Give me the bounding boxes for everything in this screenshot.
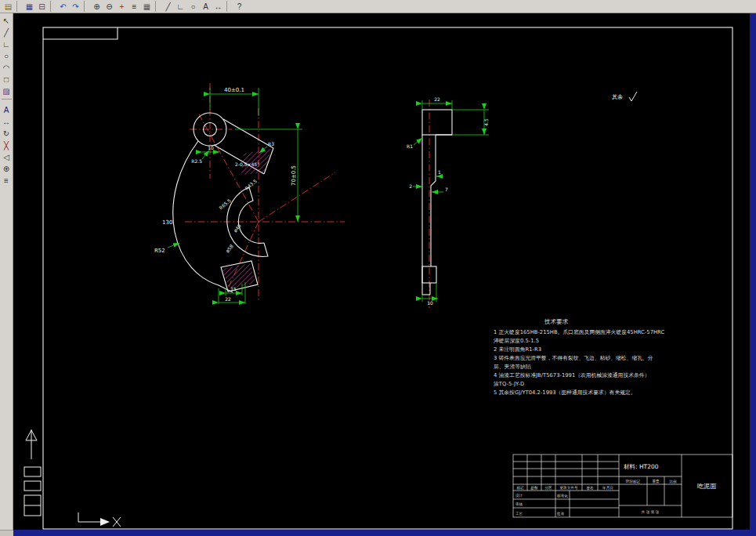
tech-line: 4 油漆工艺按标准JB/T5673-1991（农用机械涂漆通用技术条件） [494,371,649,378]
redo-icon[interactable]: ↷ [70,1,81,12]
print-icon[interactable]: ⊟ [36,1,48,12]
dim-label-s1: 1 [438,169,441,175]
tb-role-process: 工艺 [515,511,523,516]
dim-label-r435: R43.5 [244,178,258,191]
mirror-tool-icon[interactable]: ◁ [1,151,13,162]
dim-label-130: 130 [162,219,172,226]
circle-tool-icon[interactable]: ○ [1,50,13,61]
tech-requirements: 技术要求 1 正火硬度165HB-215HB。爪口底面及两侧面淬火硬度45HRC… [494,318,664,396]
toolbar-separator [50,1,55,12]
dim-label-r3: R3 [268,141,274,147]
open-icon[interactable]: ▤ [2,1,14,12]
tech-line: 淬硬层深度0.5-1.5 [494,338,539,344]
zoom-in-icon[interactable]: ⊕ [91,1,103,12]
tb-col-count: 处数 [530,485,538,491]
drawing-canvas[interactable]: 40±0.1 10 R3 R2.5 2-0.5×45° 70±0.5 R43.5… [13,13,750,530]
tech-line: 1 正火硬度165HB-215HB。爪口底面及两侧面淬火硬度45HRC-57HR… [494,329,664,335]
toolbar-separator [155,1,160,12]
line-icon[interactable]: ╱ [162,1,174,12]
tb-role-standard: 标准化 [556,494,568,498]
line-tool-icon[interactable]: ╱ [1,27,13,38]
tech-line: 3 铸件表面应光滑平整，不得有裂纹、飞边、粘砂、缩松、缩孔、分 [494,355,653,361]
window-edge-bottom [13,530,756,536]
dim-label-chamfer: 2-0.5×45° [235,161,259,167]
dim-label-r655: R65.5 [218,197,232,211]
help-icon[interactable]: ? [233,1,245,12]
tech-line: 5 其余按GJ/YT04.2-1993（图样通用技术要求）有关规定。 [494,389,636,396]
save-icon[interactable]: ▦ [24,1,35,12]
dim-label-s2: 2 [409,183,412,189]
tech-line: 2 未注明圆角R1-R3 [494,346,541,353]
top-toolbar: ▤▦⊟↶↷⊕⊖+≡▦╱∟○A↔? [0,0,756,13]
dim-label-15: 15 [230,286,237,292]
dim-label-70: 70±0.5 [291,165,297,186]
side-view: 22 4.5 R1 1 2 7 10 [407,96,489,308]
erase-tool-icon[interactable]: ╳ [1,139,13,150]
front-centerlines [185,83,345,301]
window-edge-right [750,13,756,530]
toolbar-separator [226,1,231,12]
tb-col-sign: 签名 [586,486,593,490]
arc-tool-icon[interactable]: ◠ [1,62,13,73]
left-toolbar: ↖╱∟○◠□▨A↔↻╳◁⊕≡ [0,13,13,530]
side-outline [422,110,452,295]
layers-icon[interactable]: ≡ [128,1,140,12]
tb-col-docno: 更改文件号 [560,485,578,490]
tb-weight: 重量 [652,479,660,483]
dim-label-s7: 7 [445,187,448,192]
select-icon[interactable]: ↖ [1,15,13,26]
tb-role-design: 设计 [515,493,523,498]
hatch-tool-icon[interactable]: ▨ [1,85,13,96]
dim-label-r1: R1 [407,143,413,149]
front-foot-hatch [222,263,255,289]
roughness-check-icon [629,92,637,101]
tb-sheet-note: 共 张 第 张 [642,510,660,515]
circle-icon[interactable]: ○ [187,1,199,12]
pan-icon[interactable]: + [116,1,128,12]
tech-line: 涂TQ-5-JY-D [494,381,524,387]
tb-part-name: 吃泥面 [697,483,717,490]
dimension-icon[interactable]: ↔ [212,1,224,12]
toolbar-separator [2,99,12,103]
tech-line: 层、夹渣等缺陷 [494,364,531,370]
side-dimensions: 22 4.5 R1 1 2 7 10 [407,96,489,306]
dim-label-r25: R2.5 [191,158,202,164]
dim-label-dia58: ø58 [224,243,234,253]
toolbar-separator [16,1,21,12]
zoom-out-icon[interactable]: ⊖ [103,1,115,12]
undo-icon[interactable]: ↶ [57,1,69,12]
tb-scale: 比例 [669,480,677,484]
dim-label-s22: 22 [434,96,440,102]
grid-icon[interactable]: ▦ [141,1,153,12]
ucs-icon [78,512,121,527]
tb-material: 材料: HT200 [624,463,659,470]
text-icon[interactable]: A [200,1,212,12]
text-tool-icon[interactable]: A [1,104,13,115]
tech-title: 技术要求 [544,318,569,325]
tb-col-mark: 标记 [515,485,524,491]
toolbar-separator [84,1,89,12]
window-corner [0,530,13,536]
dim-label-s45: 4.5 [483,118,489,126]
title-block: 标记 处数 分区 更改文件号 签名 年月日 设计 标准化 审核 工艺 批准 材料… [513,455,732,517]
tb-stage: 阶段标记 [626,479,641,484]
dim-label-10: 10 [208,145,214,150]
move-tool-icon[interactable]: ↔ [1,116,13,127]
rect-tool-icon[interactable]: □ [1,74,13,85]
polyline-tool-icon[interactable]: ∟ [1,38,13,49]
dim-label-s10: 10 [427,300,433,306]
dim-label-r52: R52 [154,248,165,254]
surface-note-text: 其余 [612,94,623,100]
surface-roughness-note: 其余 [612,92,637,101]
props-tool-icon[interactable]: ≡ [1,175,13,186]
tb-col-zone: 分区 [544,486,552,490]
tb-role-approve: 批准 [556,512,565,516]
front-view: 40±0.1 10 R3 R2.5 2-0.5×45° 70±0.5 R43.5… [154,83,345,304]
zoom-tool-icon[interactable]: ⊕ [1,163,13,174]
polyline-icon[interactable]: ∟ [175,1,186,12]
margin-marks [24,429,41,516]
tb-role-check: 审核 [515,502,523,506]
rotate-tool-icon[interactable]: ↻ [1,128,13,139]
sheet-frame [43,27,732,529]
dim-label-22b: 22 [225,296,231,302]
